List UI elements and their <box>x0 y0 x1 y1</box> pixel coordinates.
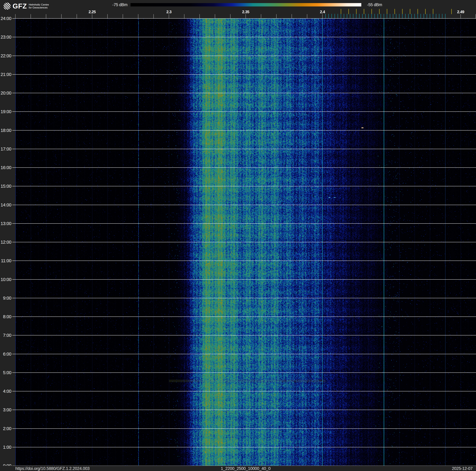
ble-channel-tick <box>368 14 369 18</box>
logo-name-line2: for Geosciences <box>29 6 49 9</box>
ble-channel-tick <box>411 14 412 18</box>
freq-major-tick <box>200 14 200 18</box>
dataset-filename: 1_2200_2500_10000_40_0 <box>221 466 271 471</box>
wifi-channel-tick <box>372 9 372 14</box>
freq-major-tick <box>107 14 108 18</box>
hour-label: 20:00 <box>0 91 11 96</box>
ble-channel-tick <box>442 14 442 18</box>
hour-label: 10:00 <box>0 277 11 282</box>
freq-major-tick <box>184 14 184 18</box>
hour-label: 6:00 <box>0 352 11 357</box>
wifi-channel-tick <box>410 9 410 14</box>
ble-channel-tick <box>414 14 415 18</box>
ble-channel-tick <box>445 14 445 18</box>
hour-gridline <box>12 354 476 354</box>
ble-channel-tick <box>328 14 329 18</box>
ble-channel-tick <box>356 14 357 18</box>
ble-channel-tick <box>325 14 326 18</box>
freq-major-tick <box>292 14 292 18</box>
doi-link[interactable]: https://doi.org/10.5880/GFZ.1.2.2024.003 <box>15 466 89 471</box>
logo-brand: GFZ <box>13 2 27 10</box>
wifi-channel-tick <box>418 9 418 14</box>
wifi-channel-tick <box>364 9 364 14</box>
ble-channel-tick <box>405 14 406 18</box>
hour-label: 19:00 <box>0 109 11 114</box>
ble-channel-tick <box>433 14 433 18</box>
hour-gridline <box>12 130 476 130</box>
ble-channel-tick <box>381 14 381 18</box>
freq-major-tick <box>138 14 138 18</box>
hour-label: 4:00 <box>0 389 11 394</box>
freq-axis-label: 2.25 <box>89 10 96 14</box>
freq-major-tick <box>169 14 169 18</box>
wifi-channel-tick <box>379 9 380 14</box>
ble-channel-tick <box>338 14 338 18</box>
colorbar-max-label: -55 dBm <box>367 2 382 7</box>
intensity-colorbar <box>131 3 361 6</box>
signal-burst-mark <box>328 197 330 198</box>
colorbar-min-label: -75 dBm <box>112 2 127 7</box>
freq-major-tick <box>61 14 62 18</box>
freq-major-tick <box>77 14 77 18</box>
wifi-channel-tick <box>356 9 357 14</box>
ble-channel-tick <box>365 14 366 18</box>
freq-major-tick <box>460 14 461 18</box>
freq-major-tick <box>246 14 246 18</box>
ble-channel-tick <box>332 14 332 18</box>
freq-major-tick <box>276 14 276 18</box>
hour-gridline <box>12 372 476 373</box>
hour-gridline <box>12 18 476 18</box>
freq-major-tick <box>261 14 261 18</box>
ble-channel-tick <box>378 14 378 18</box>
hour-gridline <box>12 205 476 205</box>
freq-axis-label: 2.4 <box>320 10 325 14</box>
hour-gridline <box>12 56 476 56</box>
freq-major-tick <box>476 14 476 18</box>
freq-major-tick <box>92 14 92 18</box>
ble-channel-tick <box>439 14 439 18</box>
freq-axis-label: 2.35 <box>242 10 249 14</box>
gfz-logo: GFZ Helmholtz Centre for Geosciences <box>3 2 49 10</box>
ble-channel-tick <box>421 14 421 18</box>
ble-channel-tick <box>390 14 390 18</box>
hour-label: 5:00 <box>0 370 11 375</box>
ble-channel-tick <box>424 14 424 18</box>
ble-channel-tick <box>387 14 387 18</box>
hour-gridline <box>12 111 476 112</box>
hour-label: 21:00 <box>0 72 11 77</box>
time-streak <box>169 380 325 382</box>
hour-label: 1:00 <box>0 445 11 450</box>
date-label: 2025-12-07 <box>452 466 473 471</box>
hour-gridline <box>12 261 476 261</box>
hour-label: 11:00 <box>0 258 11 263</box>
ble-channel-tick <box>418 14 418 18</box>
hour-label: 13:00 <box>0 221 11 226</box>
hour-gridline <box>12 298 476 298</box>
ble-channel-tick <box>374 14 375 18</box>
hour-gridline <box>12 410 476 410</box>
freq-major-tick <box>46 14 46 18</box>
ble-channel-tick <box>436 14 436 18</box>
hour-label: 23:00 <box>0 35 11 40</box>
ble-channel-tick <box>372 14 372 18</box>
ble-channel-tick <box>335 14 335 18</box>
freq-major-tick <box>230 14 230 18</box>
wifi-channel-tick <box>425 9 426 14</box>
hour-gridline <box>12 37 476 37</box>
hour-label: 24:00 <box>0 16 11 21</box>
hour-label: 15:00 <box>0 184 11 189</box>
hour-label: 7:00 <box>0 333 11 338</box>
hour-gridline <box>12 223 476 224</box>
signal-burst-mark <box>334 197 336 198</box>
freq-axis-label: 2.3 <box>166 10 171 14</box>
wifi-channel-tick <box>394 9 395 14</box>
freq-major-tick <box>31 14 31 18</box>
wifi-channel-tick <box>341 9 341 14</box>
wifi-channel-tick <box>387 9 387 14</box>
hour-label: 16:00 <box>0 165 11 170</box>
ble-channel-tick <box>396 14 396 18</box>
hour-gridline <box>12 391 476 391</box>
freq-major-tick <box>307 14 307 18</box>
hour-label: 12:00 <box>0 240 11 245</box>
ble-channel-tick <box>350 14 350 18</box>
